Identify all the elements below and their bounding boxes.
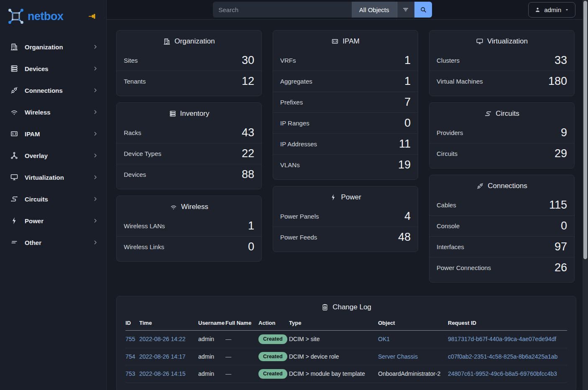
changelog-cell: admin bbox=[198, 331, 225, 348]
stat-value[interactable]: 33 bbox=[555, 54, 567, 67]
building-icon bbox=[10, 43, 18, 51]
stat-row-prefixes: Prefixes7 bbox=[273, 92, 418, 112]
changelog-cell: DCIM > module bay template bbox=[289, 365, 378, 383]
stat-row-vlans: VLANs19 bbox=[273, 154, 418, 175]
stat-label: Interfaces bbox=[437, 243, 464, 250]
col-header-action: Action bbox=[258, 316, 289, 331]
card-connections: ConnectionsCables115Console0Interfaces97… bbox=[429, 175, 575, 283]
change-full-name: — bbox=[225, 353, 231, 360]
changelog-title: Change Log bbox=[332, 303, 371, 311]
card-title: Power bbox=[273, 186, 418, 205]
chevron-right-icon bbox=[92, 196, 99, 202]
card-power: PowerPower Panels4Power Feeds48 bbox=[273, 186, 418, 252]
stat-label: Power Connections bbox=[437, 264, 491, 271]
sidebar-item-other[interactable]: Other bbox=[0, 232, 106, 253]
changelog-cell: Created bbox=[258, 331, 289, 348]
change-id-link[interactable]: 754 bbox=[125, 353, 135, 360]
chevron-right-icon bbox=[92, 152, 99, 159]
change-time-link[interactable]: 2022-08-26 14:15 bbox=[139, 370, 186, 377]
col-header-request-id: Request ID bbox=[448, 316, 567, 331]
overlay-icon bbox=[10, 151, 18, 160]
stat-value[interactable]: 0 bbox=[248, 240, 254, 253]
stat-value[interactable]: 1 bbox=[248, 219, 254, 232]
stat-value[interactable]: 180 bbox=[548, 74, 567, 88]
stat-value[interactable]: 43 bbox=[242, 126, 254, 139]
sidebar-item-organization[interactable]: Organization bbox=[0, 36, 106, 58]
card-title: Organization bbox=[117, 31, 261, 49]
stat-row-interfaces: Interfaces97 bbox=[429, 236, 574, 257]
stat-value[interactable]: 97 bbox=[555, 240, 567, 253]
scrollbar-thumb[interactable] bbox=[583, 1, 587, 259]
action-badge: Created bbox=[258, 352, 287, 362]
card-body: Power Panels4Power Feeds48 bbox=[273, 205, 418, 252]
stat-row-providers: Providers9 bbox=[429, 122, 574, 143]
col-header-time: Time bbox=[139, 316, 198, 331]
monitor-icon bbox=[476, 38, 483, 45]
change-time-link[interactable]: 2022-08-26 14:17 bbox=[139, 353, 186, 360]
sidebar-item-label: Organization bbox=[25, 43, 86, 51]
stat-value[interactable]: 30 bbox=[242, 54, 254, 67]
stat-label: Aggregates bbox=[280, 78, 312, 85]
changelog-cell: 753 bbox=[125, 365, 139, 383]
changelog-cell: 2022-08-26 14:22 bbox=[139, 331, 198, 348]
stat-value[interactable]: 4 bbox=[404, 209, 411, 223]
sidebar-item-circuits[interactable]: Circuits bbox=[0, 188, 106, 210]
svg-text:1 2: 1 2 bbox=[12, 132, 17, 135]
netbox-logo[interactable]: netbox bbox=[8, 8, 64, 25]
card-inventory: InventoryRacks43Device Types22Devices88 bbox=[116, 102, 262, 189]
stat-value[interactable]: 9 bbox=[561, 126, 567, 139]
changelog-cell: OK1 bbox=[378, 331, 448, 348]
search-input[interactable] bbox=[213, 2, 352, 18]
stat-value[interactable]: 19 bbox=[398, 158, 411, 171]
chevron-right-icon bbox=[92, 109, 99, 115]
sidebar-item-power[interactable]: Power bbox=[0, 210, 106, 232]
stat-value[interactable]: 12 bbox=[242, 74, 254, 88]
request-id-link[interactable]: 9817317d-b67f-440a-99ca-4ae07ede94df bbox=[448, 336, 556, 342]
stat-row-device-types: Device Types22 bbox=[117, 143, 261, 164]
dashboard: OrganizationSites30Tenants12InventoryRac… bbox=[107, 20, 588, 390]
stat-row-power-panels: Power Panels4 bbox=[273, 206, 418, 227]
search-scope-select[interactable]: All Objects bbox=[352, 2, 397, 18]
search-submit-button[interactable] bbox=[414, 2, 432, 18]
stat-value[interactable]: 11 bbox=[399, 137, 411, 150]
change-id-link[interactable]: 755 bbox=[125, 336, 135, 342]
stat-value[interactable]: 29 bbox=[555, 147, 567, 160]
stat-value[interactable]: 115 bbox=[549, 198, 567, 212]
stat-row-wireless-lans: Wireless LANs1 bbox=[117, 215, 261, 236]
sidebar-item-devices[interactable]: Devices bbox=[0, 58, 106, 79]
stat-value[interactable]: 22 bbox=[242, 147, 254, 160]
stat-row-devices: Devices88 bbox=[117, 164, 261, 185]
sidebar-item-connections[interactable]: Connections bbox=[0, 79, 106, 101]
sidebar-item-wireless[interactable]: Wireless bbox=[0, 101, 106, 123]
chevron-right-icon bbox=[92, 174, 99, 181]
sidebar-item-virtualization[interactable]: Virtualization bbox=[0, 166, 106, 188]
change-object-link[interactable]: Server Chassis bbox=[378, 353, 418, 360]
main-area: All Objects bbox=[107, 0, 588, 390]
sidebar-item-ipam[interactable]: 1 2IPAM bbox=[0, 123, 106, 145]
sidebar-item-overlay[interactable]: Overlay bbox=[0, 145, 106, 166]
stat-value[interactable]: 7 bbox=[404, 95, 411, 109]
user-menu-button[interactable]: admin bbox=[528, 2, 575, 18]
rack-icon bbox=[169, 110, 176, 117]
stat-value[interactable]: 0 bbox=[561, 219, 567, 232]
search-filter-button[interactable] bbox=[397, 2, 414, 18]
sidebar-nav: OrganizationDevicesConnectionsWireless1 … bbox=[0, 33, 106, 253]
stat-value[interactable]: 26 bbox=[555, 261, 567, 274]
stat-value[interactable]: 1 bbox=[404, 54, 411, 67]
pin-sidebar-icon[interactable] bbox=[88, 12, 97, 21]
request-id-link[interactable]: 24807c61-9952-49c6-b8a5-69760bfcc4b3 bbox=[448, 370, 557, 377]
stat-value[interactable]: 48 bbox=[398, 230, 411, 244]
stat-value[interactable]: 1 bbox=[404, 74, 411, 88]
stat-value[interactable]: 88 bbox=[242, 168, 254, 181]
change-time-link[interactable]: 2022-08-26 14:22 bbox=[139, 336, 186, 342]
col-header-object: Object bbox=[378, 316, 448, 331]
change-id-link[interactable]: 753 bbox=[125, 370, 135, 377]
stat-label: Circuits bbox=[437, 150, 458, 157]
request-id-link[interactable]: c07f0ab2-2351-4c58-825a-8b6a2425a1ab bbox=[448, 353, 557, 360]
change-object-link[interactable]: OK1 bbox=[378, 336, 390, 342]
changelog-cell: DCIM > device role bbox=[289, 348, 378, 365]
stat-label: Power Panels bbox=[280, 213, 319, 220]
stat-value[interactable]: 0 bbox=[404, 116, 411, 130]
stat-card-column: VirtualizationClusters33Virtual Machines… bbox=[429, 30, 575, 283]
changelog-cell: — bbox=[225, 348, 258, 365]
